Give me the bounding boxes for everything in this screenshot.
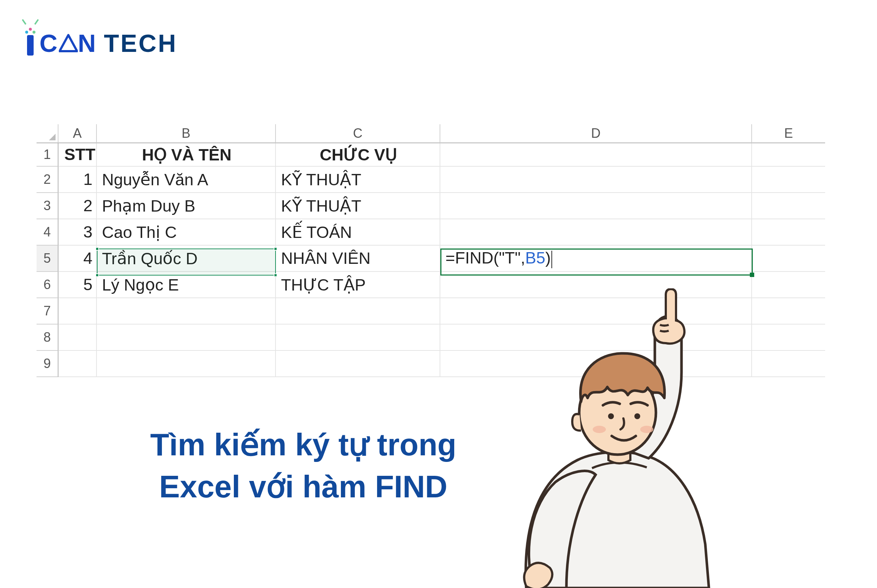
cell-E3[interactable] <box>752 193 825 219</box>
logo-text-can: CN <box>39 31 97 56</box>
column-headers: A B C D E <box>36 124 826 143</box>
cell-E9[interactable] <box>752 351 825 377</box>
cell-E6[interactable] <box>752 272 825 298</box>
svg-point-4 <box>593 426 606 433</box>
col-header-A[interactable]: A <box>58 124 97 143</box>
svg-point-3 <box>634 413 640 419</box>
logo-text-tech: TECH <box>104 31 177 56</box>
formula-suffix: ) <box>545 249 551 267</box>
text-cursor-icon <box>552 251 552 268</box>
formula-prefix: =FIND("T", <box>445 249 525 267</box>
cell-E1[interactable] <box>752 143 825 166</box>
cell-D5[interactable]: =FIND("T",B5) <box>440 246 752 272</box>
cell-B8[interactable] <box>97 324 276 351</box>
table-row: 2 1 Nguyễn Văn A KỸ THUẬT <box>36 166 826 193</box>
row-header-2[interactable]: 2 <box>36 166 58 193</box>
cell-E8[interactable] <box>752 324 825 351</box>
cell-C4[interactable]: KẾ TOÁN <box>276 219 440 246</box>
cell-A7[interactable] <box>58 298 97 324</box>
col-header-B[interactable]: B <box>97 124 276 143</box>
cell-C6[interactable]: THỰC TẬP <box>276 272 440 298</box>
caption-line-1: Tìm kiếm ký tự trong <box>150 427 456 462</box>
cell-B7[interactable] <box>97 298 276 324</box>
col-header-D[interactable]: D <box>440 124 752 143</box>
row-header-9[interactable]: 9 <box>36 351 58 377</box>
cell-B3[interactable]: Phạm Duy B <box>97 193 276 219</box>
table-row: 4 3 Cao Thị C KẾ TOÁN <box>36 219 826 246</box>
cell-D4[interactable] <box>440 219 752 246</box>
cell-C2[interactable]: KỸ THUẬT <box>276 166 440 193</box>
cell-A6[interactable]: 5 <box>58 272 97 298</box>
cell-C8[interactable] <box>276 324 440 351</box>
cell-E7[interactable] <box>752 298 825 324</box>
row-header-5[interactable]: 5 <box>36 246 58 272</box>
cell-B4[interactable]: Cao Thị C <box>97 219 276 246</box>
cell-E5[interactable] <box>752 246 825 272</box>
cell-A1[interactable]: STT <box>58 143 97 166</box>
cell-B5[interactable]: Trần Quốc D <box>97 246 276 272</box>
cell-D2[interactable] <box>440 166 752 193</box>
cell-A9[interactable] <box>58 351 97 377</box>
svg-marker-0 <box>60 35 77 51</box>
cell-D1[interactable] <box>440 143 752 166</box>
row-header-8[interactable]: 8 <box>36 324 58 351</box>
caption: Tìm kiếm ký tự trong Excel với hàm FIND <box>117 424 490 508</box>
cell-A3[interactable]: 2 <box>58 193 97 219</box>
table-row: 1 STT HỌ VÀ TÊN CHỨC VỤ <box>36 143 826 166</box>
row-header-6[interactable]: 6 <box>36 272 58 298</box>
row-header-7[interactable]: 7 <box>36 298 58 324</box>
caption-line-2: Excel với hàm FIND <box>159 469 448 504</box>
logo: CN TECH <box>23 22 177 56</box>
col-header-C[interactable]: C <box>276 124 440 143</box>
formula-text: =FIND("T",B5) <box>445 249 552 268</box>
cell-B2[interactable]: Nguyễn Văn A <box>97 166 276 193</box>
table-row: 3 2 Phạm Duy B KỸ THUẬT <box>36 193 826 219</box>
col-header-E[interactable]: E <box>752 124 825 143</box>
cell-C5[interactable]: NHÂN VIÊN <box>276 246 440 272</box>
cell-A5[interactable]: 4 <box>58 246 97 272</box>
svg-point-5 <box>640 426 654 433</box>
svg-point-2 <box>608 413 614 419</box>
row-header-4[interactable]: 4 <box>36 219 58 246</box>
formula-ref: B5 <box>525 249 545 267</box>
pointing-person-illustration <box>482 288 753 588</box>
cell-A2[interactable]: 1 <box>58 166 97 193</box>
cell-A8[interactable] <box>58 324 97 351</box>
cell-C7[interactable] <box>276 298 440 324</box>
cell-C9[interactable] <box>276 351 440 377</box>
table-row: 5 4 Trần Quốc D NHÂN VIÊN =FIND("T",B5) <box>36 246 826 272</box>
cell-B9[interactable] <box>97 351 276 377</box>
cell-A4[interactable]: 3 <box>58 219 97 246</box>
cell-B6[interactable]: Lý Ngọc E <box>97 272 276 298</box>
cell-C1[interactable]: CHỨC VỤ <box>276 143 440 166</box>
row-header-1[interactable]: 1 <box>36 143 58 166</box>
cell-E2[interactable] <box>752 166 825 193</box>
cell-D3[interactable] <box>440 193 752 219</box>
cell-B1[interactable]: HỌ VÀ TÊN <box>97 143 276 166</box>
cell-E4[interactable] <box>752 219 825 246</box>
row-header-3[interactable]: 3 <box>36 193 58 219</box>
cell-C3[interactable]: KỸ THUẬT <box>276 193 440 219</box>
select-all-corner[interactable] <box>36 124 58 143</box>
logo-icon <box>23 22 37 56</box>
